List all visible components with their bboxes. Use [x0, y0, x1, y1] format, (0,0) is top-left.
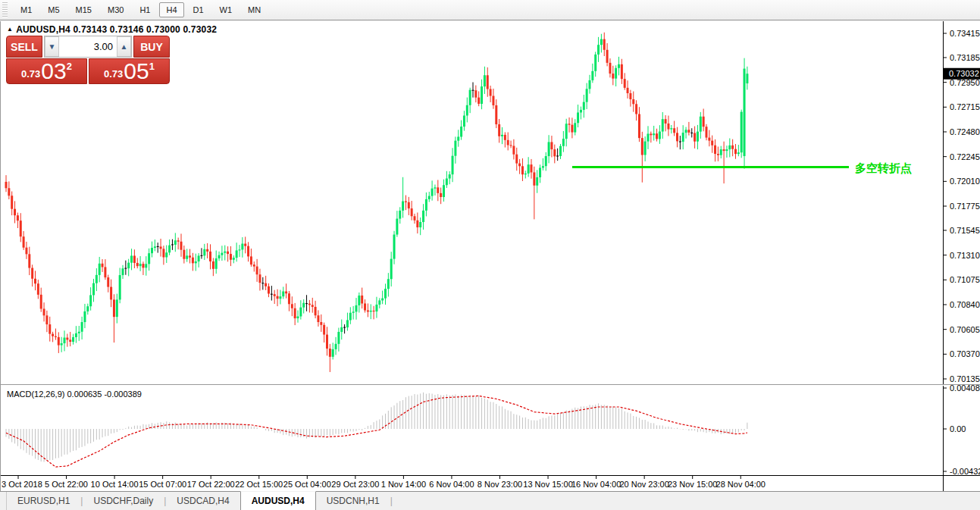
time-tick-label: 28 Nov 04:00 — [716, 480, 766, 489]
time-tick-label: 3 Oct 2018 — [2, 480, 42, 489]
price-tick-label: 0.72715 — [950, 102, 980, 111]
time-tick-label: 8 Nov 23:00 — [477, 480, 522, 489]
symbol-marker-icon: ▲ — [7, 26, 13, 33]
ask-price-prefix: 0.73 — [104, 67, 123, 82]
trade-panel-row-top: SELL ▼ 3.00 ▲ BUY — [6, 36, 170, 58]
chevron-down-icon: ▼ — [49, 42, 56, 51]
support-line-annotation: 多空转折点 — [572, 161, 912, 175]
time-axis: 3 Oct 20185 Oct 22:0010 Oct 14:0015 Oct … — [0, 476, 980, 490]
timeframe-button-mn[interactable]: MN — [241, 2, 268, 17]
chevron-up-icon: ▲ — [121, 42, 128, 51]
time-tick-label: 15 Oct 07:00 — [139, 480, 186, 489]
tabbar-left-edge — [0, 492, 7, 510]
chart-title-ohlc: 0.73143 0.73146 0.73000 0.73032 — [73, 24, 217, 35]
timeframe-button-m30[interactable]: M30 — [101, 2, 130, 17]
macd-indicator-label: MACD(12,26,9) 0.000635 -0.000389 — [7, 390, 142, 399]
timeframe-buttons: M1M5M15M30H1H4D1W1MN — [14, 2, 270, 17]
chart-tab-usdchf-daily[interactable]: USDCHF,Daily — [83, 492, 164, 510]
time-tick-label: 20 Nov 23:00 — [619, 480, 668, 489]
ask-price-big: 05 — [124, 61, 149, 82]
chart-tab-bar: EURUSD,H1|USDCHF,Daily|USDCAD,H4AUDUSD,H… — [0, 491, 980, 510]
bid-price-prefix: 0.73 — [21, 67, 40, 82]
macd-axis-bottom: -0.004322 — [950, 467, 980, 476]
timeframe-toolbar: M1M5M15M30H1H4D1W1MN — [0, 0, 980, 20]
timeframe-button-m15[interactable]: M15 — [69, 2, 99, 17]
bid-price-big: 03 — [41, 61, 66, 82]
time-tick-label: 22 Oct 15:00 — [235, 480, 283, 489]
timeframe-button-h1[interactable]: H1 — [133, 2, 157, 17]
buy-price-panel[interactable]: 0.73051 — [89, 58, 170, 84]
chart-tab-audusd-h4[interactable]: AUDUSD,H4 — [240, 491, 316, 510]
time-tick-label: 25 Oct 04:00 — [283, 480, 331, 489]
time-tick-label: 1 Nov 14:00 — [381, 480, 426, 489]
volume-increase-button[interactable]: ▲ — [117, 36, 131, 57]
macd-pane: 0.0040890.00-0.004322 — [0, 383, 980, 476]
volume-decrease-button[interactable]: ▼ — [45, 36, 59, 57]
price-tick-label: 0.70605 — [950, 325, 980, 334]
one-click-trading-panel: SELL ▼ 3.00 ▲ BUY 0.73032 0.73051 — [6, 36, 170, 84]
sell-price-panel[interactable]: 0.73032 — [6, 58, 87, 84]
chart-tab-usdcad-h4[interactable]: USDCAD,H4 — [166, 492, 240, 510]
macd-axis-top: 0.004089 — [950, 383, 980, 393]
price-tick-label: 0.73185 — [950, 53, 980, 62]
ask-price-pip: 1 — [149, 61, 155, 72]
volume-spinner: ▼ 3.00 ▲ — [44, 36, 132, 58]
toolbar-grip[interactable] — [2, 2, 8, 18]
sell-button[interactable]: SELL — [6, 36, 42, 58]
time-tick-label: 29 Oct 23:00 — [331, 480, 379, 489]
price-axis: 0.734150.731850.729500.727150.724800.722… — [944, 21, 980, 491]
price-tick-label: 0.72480 — [950, 127, 980, 136]
price-tick-label: 0.72010 — [950, 177, 980, 186]
chart-title-symbol: AUDUSD,H4 — [16, 24, 70, 35]
timeframe-button-m5[interactable]: M5 — [41, 2, 66, 17]
chart-tab-eurusd-h1[interactable]: EURUSD,H1 — [7, 492, 80, 510]
trade-panel-row-prices: 0.73032 0.73051 — [6, 58, 170, 84]
timeframe-button-h4[interactable]: H4 — [159, 2, 183, 17]
time-tick-label: 6 Nov 04:00 — [429, 480, 474, 489]
chart-canvas: 多空转折点0.734150.731850.729500.727150.72480… — [0, 21, 980, 491]
price-tick-label: 0.71775 — [950, 202, 980, 211]
time-tick-label: 23 Nov 15:00 — [668, 480, 717, 489]
chart-tab-usdcnh-h1[interactable]: USDCNH,H1 — [316, 492, 390, 510]
time-tick-label: 16 Nov 04:00 — [571, 480, 621, 489]
time-tick-label: 5 Oct 22:00 — [45, 480, 88, 489]
annotation-text: 多空转折点 — [855, 161, 912, 175]
timeframe-button-d1[interactable]: D1 — [186, 2, 211, 17]
chart-title: ▲AUDUSD,H4 0.73143 0.73146 0.73000 0.730… — [7, 24, 217, 35]
price-tick-label: 0.71075 — [950, 275, 980, 284]
price-tick-label: 0.71310 — [950, 251, 980, 260]
price-tick-label: 0.73415 — [950, 29, 980, 38]
price-tick-label: 0.71545 — [950, 226, 980, 235]
buy-button[interactable]: BUY — [133, 36, 170, 58]
timeframe-button-w1[interactable]: W1 — [213, 2, 240, 17]
volume-input[interactable]: 3.00 — [59, 36, 117, 57]
time-tick-label: 10 Oct 14:00 — [91, 480, 139, 489]
bid-price-pip: 2 — [67, 61, 72, 72]
time-tick-label: 13 Nov 15:00 — [523, 480, 572, 489]
time-tick-label: 17 Oct 22:00 — [187, 480, 235, 489]
price-tick-label: 0.70135 — [950, 374, 980, 383]
price-tick-label: 0.70840 — [950, 300, 980, 309]
chart-window: 多空转折点0.734150.731850.729500.727150.72480… — [0, 21, 980, 491]
current-price-label: 0.73032 — [949, 69, 979, 78]
price-tick-label: 0.72245 — [950, 152, 980, 161]
tab-separator: | — [390, 492, 393, 510]
price-tick-label: 0.70370 — [950, 349, 980, 358]
macd-axis-zero: 0.00 — [950, 424, 966, 433]
mt4-terminal: { "toolbar": {"timeframes": ["M1","M5","… — [0, 0, 980, 510]
timeframe-button-m1[interactable]: M1 — [14, 2, 39, 17]
